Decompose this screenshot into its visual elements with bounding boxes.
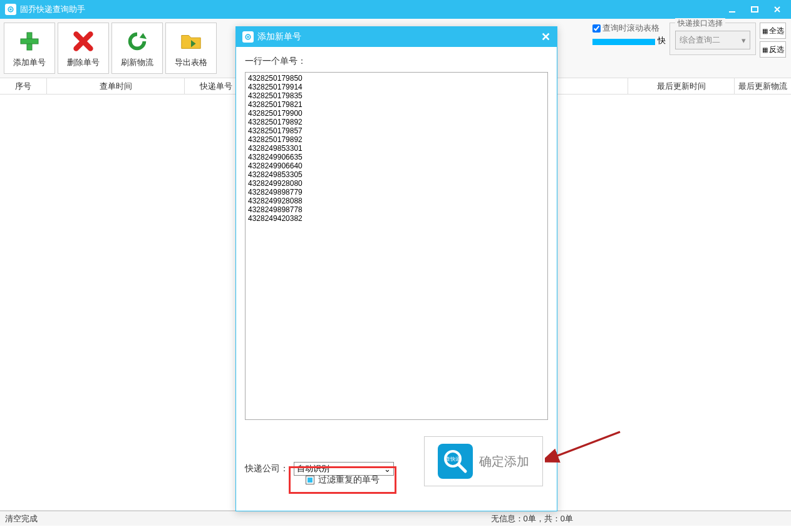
- th-last-update-time[interactable]: 最后更新时间: [628, 78, 735, 94]
- svg-rect-4: [752, 7, 758, 12]
- svg-rect-3: [729, 11, 735, 13]
- add-tracking-dialog: 添加新单号 ✕ 一行一个单号： 快递公司： 自动识别 ⌄ 过滤重复的单号 查快递…: [235, 26, 557, 511]
- status-summary: 无信息：0单，共：0单: [491, 513, 573, 524]
- svg-line-11: [458, 464, 465, 471]
- invert-label: 反选: [769, 44, 784, 55]
- svg-point-2: [9, 8, 12, 11]
- filter-duplicates-highlight: 过滤重复的单号: [289, 466, 396, 494]
- scroll-on-query-checkbox[interactable]: 查询时滚动表格: [592, 23, 659, 34]
- status-bar: 清空完成 无信息：0单，共：0单: [0, 511, 791, 526]
- invert-select-button[interactable]: ▦反选: [760, 41, 786, 58]
- confirm-add-label: 确定添加: [479, 453, 529, 470]
- th-seq[interactable]: 序号: [0, 78, 47, 94]
- refresh-icon: [124, 28, 150, 54]
- company-label: 快递公司：: [245, 463, 289, 474]
- main-titlebar: 固乔快递查询助手: [0, 0, 791, 19]
- refresh-logistics-label: 刷新物流: [121, 57, 153, 68]
- speed-slider[interactable]: [592, 39, 655, 45]
- th-last-update-log[interactable]: 最后更新物流: [735, 78, 791, 94]
- dialog-titlebar: 添加新单号 ✕: [236, 27, 557, 47]
- status-left: 清空完成: [5, 513, 38, 524]
- folder-export-icon: [178, 28, 204, 54]
- export-table-label: 导出表格: [175, 57, 207, 68]
- select-all-button[interactable]: ▦全选: [760, 23, 786, 39]
- th-query-time[interactable]: 查单时间: [47, 78, 185, 94]
- confirm-add-button[interactable]: 查快递 确定添加: [424, 436, 543, 486]
- dialog-title: 添加新单号: [257, 31, 301, 43]
- scroll-on-query-label: 查询时滚动表格: [602, 23, 659, 34]
- export-table-button[interactable]: 导出表格: [165, 23, 217, 74]
- svg-point-9: [247, 36, 249, 38]
- add-tracking-button[interactable]: 添加单号: [4, 23, 55, 74]
- minimize-button[interactable]: [727, 4, 737, 14]
- dialog-logo-icon: [242, 31, 254, 43]
- refresh-logistics-button[interactable]: 刷新物流: [111, 23, 163, 74]
- filter-duplicates-label: 过滤重复的单号: [318, 474, 380, 486]
- search-express-icon: 查快递: [438, 444, 473, 479]
- interface-select[interactable]: 综合查询二 ▾: [675, 31, 750, 49]
- filter-duplicates-checkbox[interactable]: [306, 476, 314, 484]
- delete-tracking-label: 删除单号: [67, 57, 100, 68]
- delete-tracking-button[interactable]: 删除单号: [58, 23, 109, 74]
- svg-rect-6: [21, 39, 38, 44]
- dialog-prompt: 一行一个单号：: [245, 56, 548, 67]
- interface-selected-value: 综合查询二: [680, 34, 720, 46]
- add-tracking-label: 添加单号: [13, 57, 46, 68]
- close-button[interactable]: [772, 4, 782, 14]
- interface-select-group: 快递接口选择 综合查询二 ▾: [670, 23, 756, 55]
- maximize-button[interactable]: [750, 4, 760, 14]
- app-logo-icon: [5, 4, 16, 15]
- plus-icon: [16, 28, 43, 54]
- interface-group-label: 快递接口选择: [675, 18, 725, 29]
- dialog-close-button[interactable]: ✕: [541, 30, 551, 44]
- invert-icon: ▦: [762, 46, 768, 53]
- select-all-label: 全选: [769, 26, 784, 36]
- app-title: 固乔快递查询助手: [20, 4, 85, 15]
- chevron-down-icon: ▾: [742, 36, 746, 45]
- speed-unit-label: 快: [658, 35, 666, 46]
- tracking-numbers-textarea[interactable]: [245, 72, 548, 420]
- svg-text:查快递: 查快递: [445, 456, 460, 462]
- x-red-icon: [70, 28, 96, 54]
- select-all-icon: ▦: [762, 28, 768, 34]
